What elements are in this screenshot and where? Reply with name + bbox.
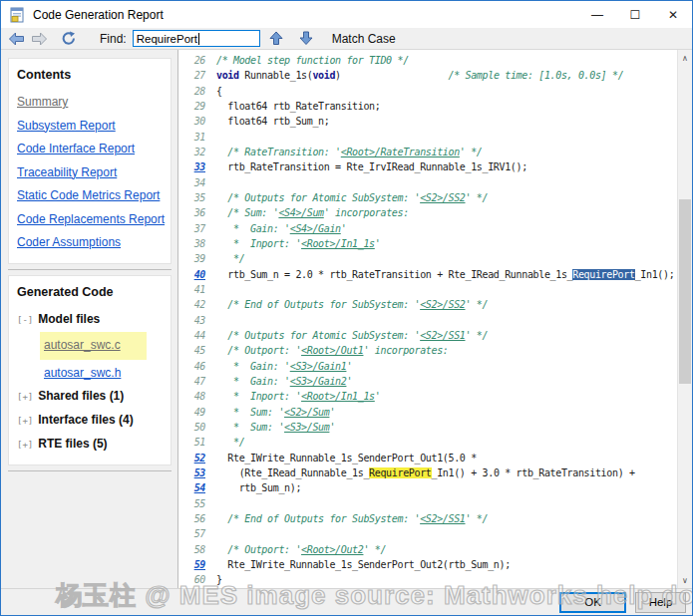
maximize-button[interactable]: ☐ [616,1,654,28]
window-controls: — ☐ ✕ [578,1,692,28]
code-segment: ' */ [460,147,483,157]
line-number-link[interactable]: 53 [178,465,205,480]
sidebar-link-coder-assumptions[interactable]: Coder Assumptions [17,231,165,255]
code-text: /* End of Outputs for SubSystem: '<S2>/S… [216,511,677,526]
scroll-down-icon[interactable]: ∨ [678,572,692,588]
code-segment: * Gain: ' [216,376,290,387]
trace-link[interactable]: <S3>/Gain2 [290,376,347,387]
match-case-option[interactable]: Match Case [332,32,396,46]
code-line-41: 41 [178,282,677,297]
trace-link[interactable]: <Root>/RateTransition [341,147,460,157]
sidebar-link-summary[interactable]: Summary [17,91,165,115]
line-number: 60 [178,572,205,587]
trace-link[interactable]: <S2>/SS1 [420,330,465,341]
code-text: /* Outputs for Atomic SubSystem: '<S2>/S… [216,190,677,205]
expand-icon[interactable]: [+] [17,410,33,433]
trace-link[interactable]: <S2>/SS2 [420,299,465,310]
trace-link[interactable]: <Root>/In1_1s [301,391,375,402]
help-button[interactable]: Help [635,592,686,613]
code-segment: ' incorporates: [363,345,448,356]
trace-link[interactable]: <S2>/SS1 [420,513,465,524]
find-input[interactable]: RequirePort [133,30,260,47]
trace-link[interactable]: <Root>/In1_1s [301,238,375,249]
code-segment [341,70,449,81]
line-number-link[interactable]: 52 [178,451,205,465]
line-number: 46 [178,359,205,374]
code-segment: * Sum: ' [216,422,284,433]
trace-link[interactable]: <Root>/Out1 [301,345,363,356]
sidebar-link-traceability-report[interactable]: Traceability Report [17,161,165,185]
code-line-31: 31 [178,130,677,145]
line-number-link[interactable]: 40 [178,267,205,282]
trace-link[interactable]: <S3>/Gain1 [290,361,347,372]
line-number: 44 [178,328,205,343]
trace-link[interactable]: <S3>/Sum [284,422,329,433]
code-line-51: 51 */ [178,435,677,450]
line-number-link[interactable]: 54 [178,480,205,495]
close-button[interactable]: ✕ [654,1,692,28]
tree-group-interface-files-4-: [+]Interface files (4) [17,409,165,433]
code-text: (Rte_IRead_Runnable_1s_RequirePort_In1()… [216,465,677,480]
sidebar-link-static-code-metrics-report[interactable]: Static Code Metrics Report [17,184,165,208]
trace-link[interactable]: <Root>/Out2 [301,544,363,555]
sidebar-link-subsystem-report[interactable]: Subsystem Report [17,115,165,139]
forward-icon[interactable] [30,31,49,47]
scroll-up-icon[interactable]: ∧ [678,50,692,66]
trace-link[interactable]: <S4>/Gain [290,223,341,234]
code-segment: Runnable_1s( [239,70,313,81]
contents-heading: Contents [17,68,165,82]
code-text [216,496,677,511]
title-bar: Code Generation Report — ☐ ✕ [1,1,692,28]
code-line-49: 49 * Sum: '<S2>/Sum' [178,405,677,420]
tree-file-row: autosar_swc.c [44,332,165,360]
trace-link[interactable]: <S2>/SS2 [420,192,465,203]
code-text: float64 rtb_RateTransition; [216,99,677,114]
sidebar-link-code-interface-report[interactable]: Code Interface Report [17,138,165,161]
line-number: 27 [178,68,205,83]
line-number-link[interactable]: 33 [178,159,205,174]
ok-button[interactable]: OK [559,592,626,613]
code-line-45: 45 /* Outport: '<Root>/Out1' incorporate… [178,343,677,358]
scrollbar-thumb[interactable] [679,199,691,384]
line-number: 34 [178,175,205,190]
find-next-icon[interactable] [297,31,316,47]
sidebar-link-code-replacements-report[interactable]: Code Replacements Report [17,208,165,232]
find-match-highlight[interactable]: RequirePort [369,467,431,478]
code-text: /* Outputs for Atomic SubSystem: '<S2>/S… [216,328,677,343]
code-text: * Gain: '<S3>/Gain1' [216,359,677,374]
code-text [216,282,677,297]
line-number-link[interactable]: 59 [178,557,205,572]
trace-link[interactable]: <S2>/Sum [284,407,329,418]
code-text: /* RateTransition: '<Root>/RateTransitio… [216,145,677,159]
trace-link[interactable]: <S4>/Sum [278,207,323,218]
code-segment: ' incorporates: [324,207,409,218]
code-segment: /* Outport: ' [216,544,301,555]
code-text: /* Sum: '<S4>/Sum' incorporates: [216,205,677,220]
refresh-icon[interactable] [59,31,78,47]
file-link-autosar-swc-c[interactable]: autosar_swc.c [40,332,147,360]
code-text: /* Outport: '<Root>/Out2' */ [216,542,677,557]
code-segment: float64 rtb_Sum_n; [216,116,329,127]
find-previous-icon[interactable] [267,31,286,47]
code-segment: void [312,70,335,81]
minimize-button[interactable]: — [578,1,616,28]
vertical-scrollbar[interactable]: ∧ ∨ [677,50,692,588]
code-line-46: 46 * Gain: '<S3>/Gain1' [178,359,677,374]
expand-icon[interactable]: [+] [17,434,33,457]
collapse-icon[interactable]: [-] [17,309,33,332]
find-match-selected[interactable]: RequirePort [572,269,634,280]
code-text: { [216,84,677,99]
tree-group-model-files: [-]Model files [17,308,165,332]
back-icon[interactable] [7,31,26,47]
expand-icon[interactable]: [+] [17,386,33,409]
tree-group-rte-files-5-: [+]RTE files (5) [17,433,165,457]
file-link-autosar-swc-h[interactable]: autosar_swc.h [44,366,121,380]
code-pane[interactable]: 26/* Model step function for TID0 */27vo… [177,50,692,588]
sidebar-divider [8,269,172,270]
code-segment: { [216,86,222,97]
contents-links: SummarySubsystem ReportCode Interface Re… [17,91,165,255]
find-toolbar: Find: RequirePort Match Case [1,28,692,50]
line-number: 26 [178,53,205,68]
code-text: rtb_RateTransition = Rte_IrvIRead_Runnab… [216,159,677,174]
code-segment: * Sum: ' [216,407,284,418]
